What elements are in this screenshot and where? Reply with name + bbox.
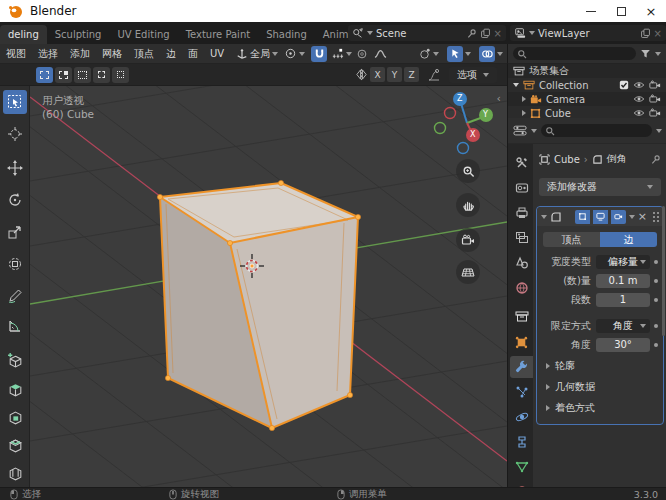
outliner-row-cube[interactable]: Cube [508,106,666,118]
hide-eye-icon[interactable] [633,108,645,118]
outliner-row-scene-collection[interactable]: 场景集合 [508,64,666,78]
angle-field[interactable]: 30° [596,338,650,352]
tool-cursor[interactable] [3,122,27,146]
tool-inset-faces[interactable] [3,406,27,430]
tab-scene[interactable] [510,252,533,274]
tool-extrude-region[interactable] [3,378,27,402]
tool-bevel[interactable] [3,434,27,458]
limit-method-dropdown[interactable]: 角度 [596,319,650,333]
display-realtime-toggle[interactable] [593,210,608,224]
tool-annotate[interactable] [3,284,27,308]
view-layer-selector[interactable]: ViewLayer × [510,25,666,41]
collapse-arrow-icon[interactable] [522,96,526,102]
sidebar-toggle-arrow[interactable]: ‹ [497,92,501,105]
pivot-point-dropdown[interactable] [284,47,305,60]
expand-arrow-icon[interactable] [513,83,519,87]
unlink-scene-icon[interactable]: × [494,28,502,39]
collapse-chevron-icon[interactable] [541,215,547,219]
toggle-ortho-button[interactable] [456,260,480,284]
tab-texture-paint[interactable]: Texture Paint [178,25,259,44]
hide-eye-icon[interactable] [633,80,645,90]
scene-name[interactable]: Scene [376,28,463,39]
modifier-extras-chevron-icon[interactable] [629,215,635,219]
show-object-types-dropdown[interactable] [418,47,439,60]
segments-field[interactable]: 1 [596,293,650,307]
select-mode-subtract[interactable] [74,67,91,83]
tab-modifiers[interactable] [510,356,533,378]
filter-funnel-icon[interactable] [640,48,651,59]
filter-chevron-icon[interactable] [656,129,662,133]
drag-handle-icon[interactable] [652,211,659,222]
animate-dot-icon[interactable] [654,279,658,283]
tab-view-layer[interactable] [510,227,533,249]
tab-output[interactable] [510,202,533,224]
tool-loop-cut[interactable] [3,462,27,486]
gizmo-z-label[interactable]: Z [457,94,462,103]
show-overlays-toggle[interactable] [479,46,495,62]
disable-render-camera-icon[interactable] [649,80,661,90]
display-render-toggle[interactable] [611,210,626,224]
breadcrumb-modifier[interactable]: 倒角 [607,152,627,166]
menu-add[interactable]: 添加 [64,47,96,61]
new-view-layer-icon[interactable] [640,28,651,39]
affect-vertices-button[interactable]: 顶点 [543,232,600,247]
snap-falloff-icon[interactable] [427,68,441,82]
section-profile[interactable]: 轮廓 [537,358,663,374]
menu-view[interactable]: 视图 [0,47,32,61]
proportional-editing-toggle[interactable] [354,46,370,62]
tab-particles[interactable] [510,381,533,403]
minimize-button[interactable] [576,0,606,22]
tool-transform[interactable] [3,252,27,276]
breadcrumb-object[interactable]: Cube [554,154,580,165]
mirror-z-toggle[interactable]: Z [404,67,419,82]
menu-mesh[interactable]: 网格 [96,47,128,61]
gizmos-dropdown[interactable] [447,46,471,62]
select-mode-intersect[interactable] [112,67,129,83]
tool-measure[interactable] [3,314,27,338]
tab-sculpting[interactable]: Sculpting [47,25,110,44]
close-button[interactable]: × [636,0,666,22]
modifier-panel-header[interactable]: × [537,207,663,226]
checkbox-icon[interactable] [619,80,629,90]
tool-add-cube[interactable] [3,348,27,372]
animate-dot-icon[interactable] [654,298,658,302]
transform-orientation-dropdown[interactable]: 全局 [236,47,278,61]
disable-render-camera-icon[interactable] [649,108,661,118]
outliner-search-input[interactable] [513,47,636,60]
tool-select-box[interactable] [3,90,27,114]
pin-icon[interactable] [650,154,661,165]
scene-selector[interactable]: Scene × [348,25,506,41]
menu-uv[interactable]: UV [204,48,230,59]
display-editmode-toggle[interactable] [575,210,590,224]
proportional-falloff-dropdown[interactable] [372,46,388,62]
section-geometry[interactable]: 几何数据 [537,379,663,395]
tab-shading[interactable]: Shading [258,25,315,44]
mirror-x-toggle[interactable]: X [370,67,385,82]
outliner-row-collection[interactable]: Collection [508,78,666,92]
pin-icon[interactable] [466,28,477,39]
tab-object[interactable] [510,331,533,353]
chevron-down-icon[interactable] [531,129,537,133]
disable-render-camera-icon[interactable] [649,94,661,104]
affect-edges-button[interactable]: 边 [600,232,657,247]
pan-button[interactable] [456,193,480,217]
new-scene-icon[interactable] [480,28,491,39]
snap-target-dropdown[interactable] [331,47,352,60]
remove-view-layer-icon[interactable]: × [654,28,662,39]
tab-uv-editing[interactable]: UV Editing [109,25,177,44]
menu-select[interactable]: 选择 [32,47,64,61]
editor-type-icon[interactable] [513,125,527,137]
select-mode-new[interactable] [36,67,53,83]
menu-edge[interactable]: 边 [160,47,182,61]
tool-move[interactable] [3,156,27,180]
tab-constraints[interactable] [510,431,533,453]
show-gizmo-toggle[interactable] [447,46,463,62]
zoom-button[interactable] [456,159,480,183]
maximize-button[interactable] [606,0,636,22]
tab-collection-props[interactable] [510,306,533,328]
animate-dot-icon[interactable] [654,343,658,347]
amount-field[interactable]: 0.1 m [596,274,650,288]
outliner-row-camera[interactable]: Camera [508,92,666,106]
section-shading[interactable]: 着色方式 [537,400,663,416]
camera-view-button[interactable] [456,228,480,252]
